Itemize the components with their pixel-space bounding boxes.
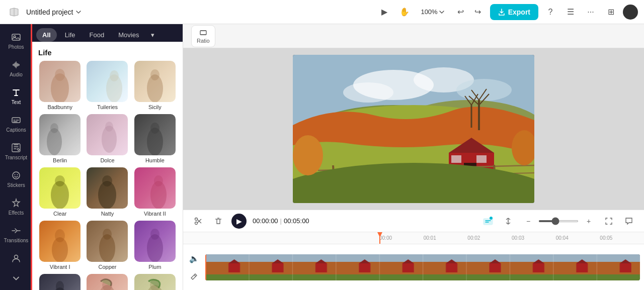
ruler-mark-1: 00:01 [424, 235, 468, 241]
filter-name-badbunny: Badbunny [47, 104, 72, 110]
filter-tab-food[interactable]: Food [84, 28, 111, 42]
filter-name-vibranti: Vibrant I [50, 264, 70, 270]
filter-grid: Badbunny Tuileries Sicily Berlin [32, 61, 183, 290]
current-time: 00:00:00 [253, 217, 278, 225]
ratio-button[interactable]: Ratio [191, 25, 215, 47]
svg-point-32 [55, 229, 65, 242]
sidebar-transitions-label: Transitions [4, 238, 29, 243]
filter-item-badbunny[interactable]: Badbunny [38, 61, 82, 110]
svg-point-53 [343, 82, 393, 103]
ruler-mark-3: 00:03 [512, 235, 556, 241]
svg-point-28 [102, 175, 112, 186]
canvas-viewport [183, 48, 644, 210]
filter-item-tuileries[interactable]: Tuileries [86, 61, 129, 110]
sidebar-item-account[interactable] [2, 249, 30, 267]
sidebar-bottom [2, 249, 30, 290]
sidebar-item-text[interactable]: Text [2, 83, 30, 109]
sidebar-item-transitions[interactable]: Transitions [2, 222, 30, 247]
filter-name-berlin: Berlin [53, 157, 67, 163]
timeline: ▶ 00:00:00 | 00:05:00 − + [183, 210, 644, 290]
timeline-track[interactable] [205, 254, 640, 280]
sidebar-item-photos[interactable]: Photos [2, 28, 30, 54]
filter-item-vibranti[interactable]: Vibrant I [38, 221, 82, 270]
filter-item-berlin[interactable]: Berlin [38, 114, 82, 163]
filter-item-natty[interactable]: Natty [86, 167, 129, 217]
timeline-delete-button[interactable] [211, 214, 225, 228]
ratio-label: Ratio [197, 38, 210, 44]
help-button[interactable]: ? [542, 4, 558, 20]
play-preview-button[interactable]: ▶ [376, 4, 392, 20]
filter-item-plum[interactable]: Plum [133, 221, 177, 270]
time-separator: | [280, 217, 282, 225]
timeline-fullscreen-button[interactable] [602, 214, 616, 228]
project-name-button[interactable]: Untitled project [26, 8, 82, 16]
transcript-icon [11, 143, 21, 153]
sidebar-item-expand[interactable] [2, 269, 30, 287]
filter-item-copper[interactable]: Copper [86, 221, 129, 270]
filter-tab-all[interactable]: All [36, 28, 57, 42]
zoom-control[interactable]: 100% [417, 6, 448, 18]
sidebar-transcript-label: Transcript [5, 155, 27, 160]
svg-rect-0 [12, 34, 20, 40]
timeline-comment-button[interactable] [622, 214, 636, 228]
svg-point-6 [17, 174, 18, 175]
sidebar-item-captions[interactable]: Captions [2, 111, 30, 137]
sidebar-photos-label: Photos [8, 44, 24, 50]
app-logo[interactable] [6, 4, 22, 20]
sidebar-item-stickers[interactable]: Stickers [2, 166, 30, 192]
filter-tab-movies[interactable]: Movies [112, 28, 145, 42]
timeline-play-button[interactable]: ▶ [231, 214, 247, 229]
export-label: Export [508, 8, 530, 16]
svg-rect-95 [205, 254, 640, 280]
sidebar-item-effects[interactable]: Effects [2, 194, 30, 220]
filter-item-lifei[interactable]: Life I [86, 274, 129, 290]
layout-toggle-button[interactable]: ⊞ [603, 4, 619, 20]
sidebar-item-transcript[interactable]: Transcript [2, 139, 30, 164]
timeline-ai-button[interactable] [481, 214, 495, 228]
panels-button[interactable]: ☰ [562, 4, 579, 20]
svg-point-24 [150, 123, 159, 134]
filter-item-dolce[interactable]: Dolce [86, 114, 129, 163]
svg-line-88 [194, 275, 196, 276]
filter-name-vibrantii: Vibrant II [144, 211, 166, 217]
filter-thumb-plum [134, 221, 176, 262]
volume-button[interactable]: 🔈 [187, 252, 201, 266]
undo-redo-group: ↩ ↪ [453, 4, 486, 20]
photos-icon [11, 32, 21, 42]
filter-thumb-urbanoid [39, 274, 80, 290]
hand-tool-button[interactable]: ✋ [396, 4, 413, 20]
track-playhead [205, 254, 206, 280]
zoom-out-button[interactable]: − [521, 214, 535, 228]
filter-item-sicily[interactable]: Sicily [133, 61, 177, 110]
filter-item-urbanoid[interactable]: Urbanoid [38, 274, 82, 290]
canvas-area: Ratio [183, 24, 644, 210]
redo-button[interactable]: ↪ [470, 4, 486, 20]
filter-thumb-clear [39, 167, 80, 209]
timeline-split-button[interactable] [501, 214, 515, 228]
filter-tab-more[interactable]: ▾ [147, 28, 158, 42]
zoom-range[interactable] [538, 220, 579, 222]
filter-item-vibrantii[interactable]: Vibrant II [133, 167, 177, 217]
timeline-cut-button[interactable] [191, 214, 205, 228]
filmstrip [205, 254, 640, 280]
user-avatar[interactable] [623, 5, 638, 20]
svg-rect-69 [451, 155, 461, 163]
filter-item-clear[interactable]: Clear [38, 167, 82, 217]
zoom-in-button[interactable]: + [582, 214, 596, 228]
sidebar-text-label: Text [12, 100, 21, 105]
project-name-label: Untitled project [26, 8, 73, 16]
more-button[interactable]: ··· [583, 4, 599, 20]
filter-item-humble[interactable]: Humble [133, 114, 177, 163]
filter-panel: All Life Food Movies ▾ Life Badbunny Tui… [32, 24, 183, 290]
ruler-mark-0: 00:00 [379, 235, 424, 241]
stickers-icon [11, 170, 21, 180]
zoom-label: 100% [421, 8, 437, 16]
filter-item-lifeii[interactable]: Life II [133, 274, 177, 290]
filter-name-dolce: Dolce [100, 157, 114, 163]
filter-tab-life[interactable]: Life [59, 28, 82, 42]
export-button[interactable]: Export [490, 4, 538, 20]
undo-button[interactable]: ↩ [453, 4, 469, 20]
sidebar-item-audio[interactable]: Audio [2, 56, 30, 81]
track-left-controls: 🔈 [187, 252, 201, 283]
edit-clip-button[interactable] [187, 269, 201, 283]
